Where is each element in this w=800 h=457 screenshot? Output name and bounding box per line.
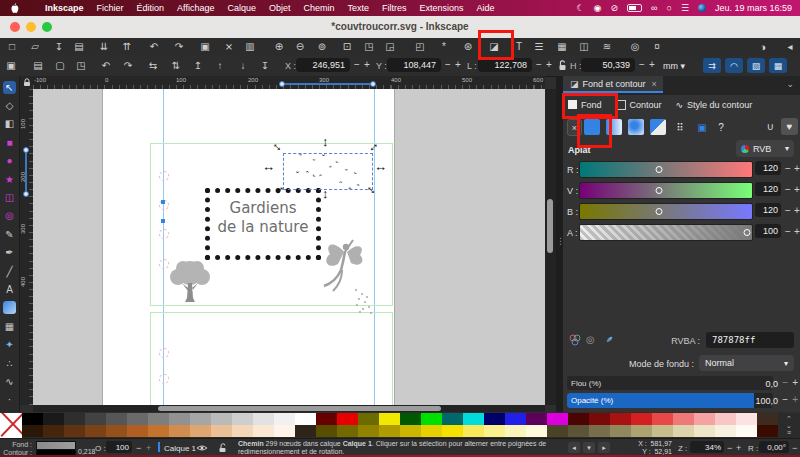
mesh-gradient-tool[interactable]: ▦ bbox=[1, 317, 19, 335]
stroke-width-value[interactable]: 0,218 bbox=[78, 448, 96, 455]
battery-icon[interactable] bbox=[627, 4, 642, 12]
pencil-tool[interactable]: ✎ bbox=[1, 225, 19, 243]
palette-scroll-down[interactable]: ⌄ bbox=[786, 422, 792, 429]
slider-increment[interactable]: + bbox=[794, 163, 800, 174]
slider-handle[interactable] bbox=[656, 166, 663, 173]
palette-swatch[interactable] bbox=[64, 425, 85, 437]
slider-value-input[interactable]: 100 bbox=[755, 224, 781, 238]
spotlight-search-icon[interactable]: ○ bbox=[666, 0, 671, 16]
rvba-hex-input[interactable]: 787878ff bbox=[706, 332, 794, 348]
guide-anchor-circle[interactable] bbox=[159, 171, 169, 181]
new-document-icon[interactable]: □ bbox=[4, 39, 20, 54]
palette-swatch[interactable] bbox=[568, 413, 589, 425]
palette-swatch[interactable] bbox=[232, 425, 253, 437]
fill-rule-nonzero-button[interactable]: ♥ bbox=[781, 118, 798, 135]
palette-swatch[interactable] bbox=[295, 425, 316, 437]
palette-swatch[interactable] bbox=[589, 413, 610, 425]
palette-swatch[interactable] bbox=[442, 413, 463, 425]
slider-track[interactable] bbox=[579, 203, 753, 220]
selection-box-toggle-icon[interactable]: ◳ bbox=[72, 58, 90, 73]
x-increment[interactable]: + bbox=[364, 59, 370, 71]
panel-divider[interactable]: ⋮ bbox=[556, 76, 563, 412]
cut-icon[interactable]: ⨯ bbox=[221, 39, 237, 54]
palette-swatch[interactable] bbox=[757, 413, 778, 425]
palette-swatch[interactable] bbox=[736, 425, 757, 437]
palette-swatch[interactable] bbox=[526, 413, 547, 425]
spray-copies-icon[interactable]: * bbox=[436, 39, 452, 54]
guide-handle[interactable] bbox=[161, 219, 165, 223]
no-color-swatch[interactable] bbox=[0, 413, 22, 438]
menu-item[interactable]: Texte bbox=[348, 3, 370, 13]
move-patterns-toggle[interactable]: ▦ bbox=[769, 58, 787, 73]
palette-swatch[interactable] bbox=[274, 413, 295, 425]
color-mode-dropdown[interactable]: RVB ▾ bbox=[736, 140, 794, 157]
menu-item[interactable]: Objet bbox=[269, 3, 291, 13]
focus-moon-icon[interactable]: ☾ bbox=[577, 0, 585, 16]
palette-swatch[interactable] bbox=[400, 425, 421, 437]
height-increment[interactable]: + bbox=[649, 59, 655, 71]
slider-decrement[interactable]: − bbox=[785, 226, 791, 237]
palette-swatch[interactable] bbox=[106, 425, 127, 437]
deselect-icon[interactable]: ▢ bbox=[51, 58, 69, 73]
scale-bottom-arrow[interactable]: ↕ bbox=[322, 189, 329, 199]
slider-value-input[interactable]: 120 bbox=[755, 161, 781, 175]
zoom-increment[interactable]: + bbox=[736, 443, 741, 453]
layers-dialog-icon[interactable]: ☰ bbox=[531, 39, 547, 54]
scale-left-arrow[interactable]: ↔ bbox=[262, 162, 275, 172]
layer-visibility-eye-icon[interactable] bbox=[196, 444, 208, 452]
unlink-clone-icon[interactable]: ◰ bbox=[412, 39, 428, 54]
menu-item[interactable]: Chemin bbox=[304, 3, 335, 13]
palette-swatch[interactable] bbox=[400, 413, 421, 425]
menu-item[interactable]: Affichage bbox=[177, 3, 214, 13]
screen-record-icon[interactable]: ◉ bbox=[594, 0, 602, 16]
palette-swatch[interactable] bbox=[505, 425, 526, 437]
object-opacity-input[interactable]: 100 bbox=[106, 441, 132, 453]
duplicate-icon[interactable]: ◳ bbox=[361, 39, 377, 54]
o-decrement[interactable]: − bbox=[136, 443, 141, 453]
tweak-tool[interactable]: ∿ bbox=[1, 372, 19, 390]
palette-swatch[interactable] bbox=[652, 413, 673, 425]
palette-swatch[interactable] bbox=[610, 413, 631, 425]
palette-swatch[interactable] bbox=[148, 413, 169, 425]
slider-value-input[interactable]: 120 bbox=[755, 203, 781, 217]
slider-handle[interactable] bbox=[743, 229, 750, 236]
palette-swatch[interactable] bbox=[421, 413, 442, 425]
leaf-border-frame[interactable]: Gardiens de la nature bbox=[205, 188, 321, 260]
collapse-toolbar-button[interactable]: ◂ bbox=[782, 39, 798, 54]
box3d-tool[interactable]: ◫ bbox=[1, 188, 19, 206]
slider-value-input[interactable]: 120 bbox=[755, 182, 781, 196]
ruler-corner[interactable] bbox=[20, 76, 33, 89]
lock-ratio-icon[interactable] bbox=[558, 60, 567, 71]
cms-circle-icon[interactable]: ◎ bbox=[586, 334, 595, 345]
panel-collapse-chevron-icon[interactable]: ⌄ bbox=[786, 79, 794, 89]
palette-swatch[interactable] bbox=[22, 413, 43, 425]
zoom-decrement[interactable]: − bbox=[727, 443, 732, 453]
palette-swatch[interactable] bbox=[757, 425, 778, 437]
palette-scroll-up[interactable]: ⌃ bbox=[786, 415, 792, 422]
horizontal-scrollbar-thumb[interactable] bbox=[158, 406, 441, 411]
palette-swatch[interactable] bbox=[484, 413, 505, 425]
raise-icon[interactable]: ↑ bbox=[211, 58, 229, 73]
move-gradients-toggle[interactable]: ▧ bbox=[747, 58, 765, 73]
palette-swatch[interactable] bbox=[505, 413, 526, 425]
dropper-tool[interactable]: ✦ bbox=[1, 335, 19, 353]
palette-swatch[interactable] bbox=[316, 425, 337, 437]
apple-logo-icon[interactable] bbox=[10, 3, 19, 14]
palette-swatch[interactable] bbox=[127, 413, 148, 425]
copy-icon[interactable]: ▣ bbox=[197, 39, 213, 54]
undo-icon[interactable]: ↶ bbox=[146, 39, 162, 54]
opacity-increment[interactable]: + bbox=[792, 394, 798, 405]
gradient-tool[interactable] bbox=[1, 299, 19, 317]
o-increment[interactable]: + bbox=[146, 443, 151, 453]
blur-slider[interactable]: Flou (%) bbox=[567, 376, 773, 390]
opacity-slider[interactable]: Opacité (%) bbox=[567, 393, 773, 408]
slider-track[interactable] bbox=[579, 224, 753, 241]
vertical-scrollbar-thumb[interactable] bbox=[547, 199, 553, 253]
slider-increment[interactable]: + bbox=[794, 226, 800, 237]
x-input[interactable]: 246,951 bbox=[296, 58, 350, 72]
palette-swatch[interactable] bbox=[736, 413, 757, 425]
star-tool[interactable]: ★ bbox=[1, 170, 19, 188]
palette-swatch[interactable] bbox=[673, 413, 694, 425]
prev-message-button[interactable]: ◂ bbox=[568, 442, 580, 453]
width-increment[interactable]: + bbox=[546, 59, 552, 71]
